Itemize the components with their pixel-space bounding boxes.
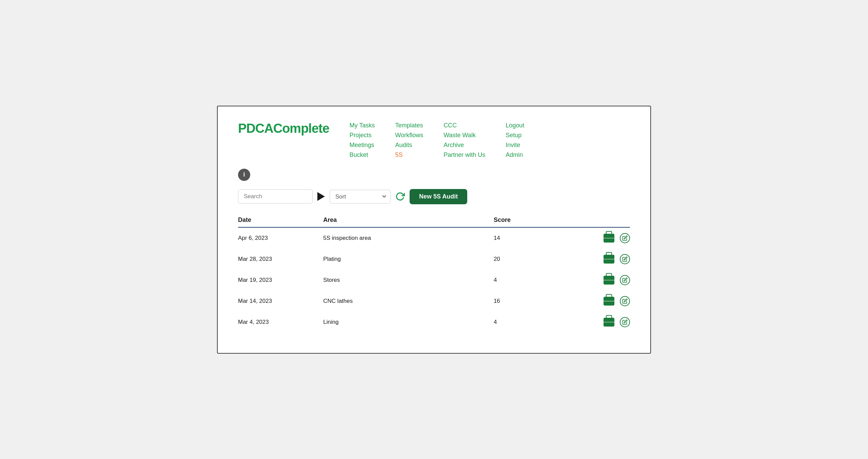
cell-actions-3 xyxy=(579,291,630,312)
action-icons-2 xyxy=(579,275,630,285)
edit-button-3[interactable] xyxy=(620,296,630,306)
toolbar: Sort New 5S Audit xyxy=(238,189,630,204)
action-icons-3 xyxy=(579,296,630,306)
edit-icon-svg xyxy=(622,298,628,304)
action-icons-4 xyxy=(579,317,630,327)
cell-actions-0 xyxy=(579,227,630,249)
nav-projects[interactable]: Projects xyxy=(350,132,375,139)
info-section: i xyxy=(238,169,630,181)
nav-col-2: Templates Workflows Audits 5S xyxy=(395,122,423,159)
nav-admin[interactable]: Admin xyxy=(506,151,524,159)
briefcase-button-3[interactable] xyxy=(604,297,614,306)
nav-logout[interactable]: Logout xyxy=(506,122,524,129)
cell-score-3: 16 xyxy=(494,291,579,312)
sort-select[interactable]: Sort xyxy=(330,190,391,204)
nav-my-tasks[interactable]: My Tasks xyxy=(350,122,375,129)
briefcase-button-2[interactable] xyxy=(604,276,614,285)
nav-waste-walk[interactable]: Waste Walk xyxy=(443,132,485,139)
cell-area-3: CNC lathes xyxy=(323,291,494,312)
nav-workflows[interactable]: Workflows xyxy=(395,132,423,139)
col-header-score: Score xyxy=(494,214,579,227)
edit-button-4[interactable] xyxy=(620,317,630,327)
cell-score-4: 4 xyxy=(494,312,579,333)
table-row: Mar 14, 2023 CNC lathes 16 xyxy=(238,291,630,312)
nav-archive[interactable]: Archive xyxy=(443,142,485,149)
nav-invite[interactable]: Invite xyxy=(506,142,524,149)
table-row: Mar 4, 2023 Lining 4 xyxy=(238,312,630,333)
nav-meetings[interactable]: Meetings xyxy=(350,142,375,149)
col-header-area: Area xyxy=(323,214,494,227)
edit-button-0[interactable] xyxy=(620,233,630,243)
play-button[interactable] xyxy=(317,192,325,201)
audit-table: Date Area Score Apr 6, 2023 5S inspectio… xyxy=(238,214,630,333)
cell-score-1: 20 xyxy=(494,249,579,270)
nav-templates[interactable]: Templates xyxy=(395,122,423,129)
info-icon[interactable]: i xyxy=(238,169,250,181)
briefcase-button-0[interactable] xyxy=(604,234,614,243)
app-window: PDCAComplete My Tasks Projects Meetings … xyxy=(217,106,651,354)
table-row: Mar 28, 2023 Plating 20 xyxy=(238,249,630,270)
cell-actions-2 xyxy=(579,270,630,291)
header: PDCAComplete My Tasks Projects Meetings … xyxy=(238,120,630,159)
cell-date-2: Mar 19, 2023 xyxy=(238,270,323,291)
cell-score-2: 4 xyxy=(494,270,579,291)
briefcase-button-1[interactable] xyxy=(604,255,614,264)
logo: PDCAComplete xyxy=(238,121,329,136)
col-header-actions xyxy=(579,214,630,227)
edit-icon-svg xyxy=(622,277,628,283)
refresh-icon xyxy=(395,192,405,201)
cell-area-4: Lining xyxy=(323,312,494,333)
cell-actions-4 xyxy=(579,312,630,333)
nav-col-4: Logout Setup Invite Admin xyxy=(506,122,524,159)
edit-icon-svg xyxy=(622,319,628,325)
logo-prefix: PDCA xyxy=(238,121,273,135)
nav-bucket[interactable]: Bucket xyxy=(350,151,375,159)
table-row: Mar 19, 2023 Stores 4 xyxy=(238,270,630,291)
cell-date-0: Apr 6, 2023 xyxy=(238,227,323,249)
briefcase-button-4[interactable] xyxy=(604,318,614,327)
action-icons-0 xyxy=(579,233,630,243)
refresh-button[interactable] xyxy=(395,192,405,201)
cell-area-0: 5S inspection area xyxy=(323,227,494,249)
cell-date-1: Mar 28, 2023 xyxy=(238,249,323,270)
nav-col-1: My Tasks Projects Meetings Bucket xyxy=(350,122,375,159)
nav-grid: My Tasks Projects Meetings Bucket Templa… xyxy=(350,122,524,159)
nav-partner-with-us[interactable]: Partner with Us xyxy=(443,151,485,159)
edit-icon-svg xyxy=(622,256,628,262)
search-input[interactable] xyxy=(238,189,313,204)
edit-button-1[interactable] xyxy=(620,254,630,264)
nav-col-3: CCC Waste Walk Archive Partner with Us xyxy=(443,122,485,159)
logo-suffix: Complete xyxy=(273,121,329,135)
cell-actions-1 xyxy=(579,249,630,270)
cell-area-2: Stores xyxy=(323,270,494,291)
edit-button-2[interactable] xyxy=(620,275,630,285)
edit-icon-svg xyxy=(622,235,628,241)
cell-area-1: Plating xyxy=(323,249,494,270)
cell-date-3: Mar 14, 2023 xyxy=(238,291,323,312)
nav-audits[interactable]: Audits xyxy=(395,142,423,149)
cell-date-4: Mar 4, 2023 xyxy=(238,312,323,333)
nav-ccc[interactable]: CCC xyxy=(443,122,485,129)
cell-score-0: 14 xyxy=(494,227,579,249)
col-header-date: Date xyxy=(238,214,323,227)
new-audit-button[interactable]: New 5S Audit xyxy=(410,189,467,204)
nav-setup[interactable]: Setup xyxy=(506,132,524,139)
table-row: Apr 6, 2023 5S inspection area 14 xyxy=(238,227,630,249)
action-icons-1 xyxy=(579,254,630,264)
nav-5s[interactable]: 5S xyxy=(395,151,423,159)
